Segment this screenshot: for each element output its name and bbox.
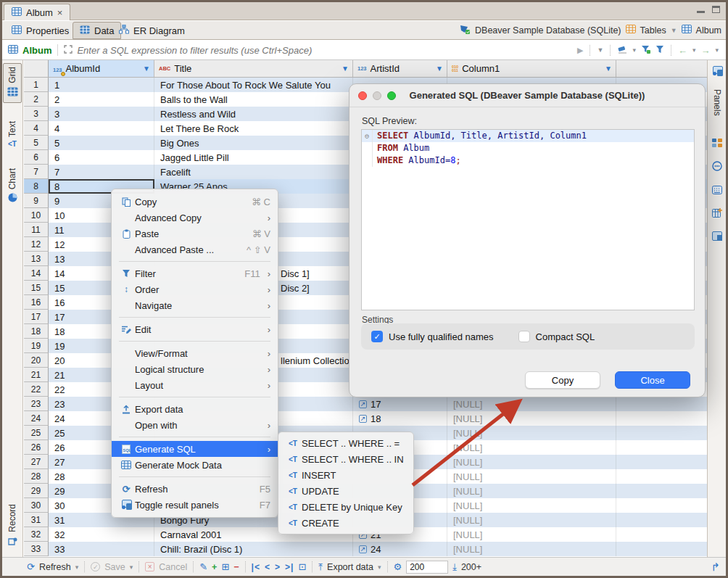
sort-dropdown-icon[interactable]: ▼ <box>342 65 349 73</box>
copy-button[interactable]: Copy <box>525 371 600 389</box>
cancel-button[interactable]: Cancel <box>159 562 187 572</box>
menu-item-logical-structure[interactable]: Logical structure› <box>112 361 278 377</box>
row-number-cell[interactable]: 27 <box>24 455 49 469</box>
forward-arrow-icon[interactable]: → <box>700 45 710 56</box>
gear-icon[interactable]: ⚙ <box>394 561 402 572</box>
cell-column1[interactable]: [NULL] <box>447 484 616 498</box>
minimize-icon[interactable] <box>697 11 705 13</box>
fold-marker[interactable]: ⊖ <box>362 130 373 142</box>
fold-marker[interactable] <box>362 154 373 167</box>
filter-history-icon[interactable]: ▼ <box>597 46 603 54</box>
grouping-panel-icon[interactable] <box>712 138 722 151</box>
cell-title[interactable]: Restless and Wild <box>154 107 353 121</box>
checkbox-fully-qualified[interactable]: ✓ <box>371 331 383 342</box>
row-number-cell[interactable]: 10 <box>24 208 49 223</box>
menu-item-advanced-paste[interactable]: Advanced Paste ...^ ⇧ V <box>112 241 278 257</box>
chevron-down-icon[interactable]: ▾ <box>692 46 696 54</box>
sort-dropdown-icon[interactable]: ▼ <box>143 65 150 73</box>
cell-filler[interactable] <box>616 484 707 498</box>
refresh-icon[interactable]: ⟳ <box>27 561 35 572</box>
row-number-cell[interactable]: 16 <box>24 295 49 310</box>
add-row-icon[interactable]: + <box>212 562 217 572</box>
cell-title[interactable]: Chill: Brazil (Disc 1) <box>154 542 353 556</box>
row-number-cell[interactable]: 3 <box>24 107 49 121</box>
cell-filler[interactable] <box>616 426 707 440</box>
cell-albumid[interactable]: 2 <box>49 92 154 107</box>
row-number-cell[interactable]: 25 <box>24 426 49 440</box>
cell-albumid[interactable]: 32 <box>49 527 154 542</box>
presentation-grid[interactable]: Grid <box>3 63 22 103</box>
chevron-down-icon[interactable]: ▾ <box>715 46 719 54</box>
fold-marker[interactable] <box>362 142 373 154</box>
close-icon[interactable]: × <box>57 7 63 18</box>
cell-title[interactable]: For Those About To Rock We Salute You <box>154 78 353 92</box>
row-number-cell[interactable]: 11 <box>24 223 49 237</box>
row-number-cell[interactable]: 18 <box>24 324 49 339</box>
switch-presentation-icon[interactable]: ↱ <box>711 561 720 574</box>
foreign-key-link-icon[interactable]: ↗ <box>359 415 367 423</box>
cell-filler[interactable] <box>616 455 707 469</box>
row-number-cell[interactable]: 13 <box>24 252 49 266</box>
sort-dropdown-icon[interactable]: ▼ <box>605 65 612 73</box>
cell-filler[interactable] <box>616 542 707 556</box>
cell-albumid[interactable]: 3 <box>49 107 154 121</box>
row-number-cell[interactable]: 28 <box>24 469 49 484</box>
menu-item-copy[interactable]: Copy⌘ C <box>112 194 278 210</box>
row-number-cell[interactable]: 32 <box>24 527 49 542</box>
duplicate-row-icon[interactable]: ⊞ <box>221 561 229 572</box>
tab-properties[interactable]: Properties <box>5 22 75 39</box>
cell-albumid[interactable]: 33 <box>49 542 154 556</box>
row-number-cell[interactable]: 12 <box>24 237 49 252</box>
dialog-zoom-icon[interactable] <box>387 91 396 100</box>
save-button[interactable]: Save <box>104 562 125 572</box>
entity-selector[interactable]: Album <box>696 25 721 36</box>
menu-item-open-with[interactable]: Open with› <box>112 417 278 433</box>
cell-filler[interactable] <box>616 397 707 411</box>
menu-item-view-format[interactable]: View/Format› <box>112 345 278 361</box>
focus-row-icon[interactable]: ⊡ <box>298 561 306 572</box>
cell-artistid[interactable]: ↗18 <box>353 411 447 426</box>
export-data-button[interactable]: Export data <box>327 562 373 572</box>
cell-artistid[interactable]: ↗24 <box>353 542 447 556</box>
presentation-record[interactable]: Record <box>3 501 22 551</box>
cell-column1[interactable]: [NULL] <box>447 440 616 455</box>
refresh-button[interactable]: Refresh <box>39 562 71 572</box>
menu-item-advanced-copy[interactable]: Advanced Copy› <box>112 210 278 226</box>
cell-artistid[interactable]: ↗17 <box>353 397 447 411</box>
next-row-icon[interactable]: > <box>275 562 281 572</box>
checkbox-compact-sql[interactable] <box>518 331 530 342</box>
column-header-albumid[interactable]: 123 AlbumId ▼ <box>49 60 154 77</box>
chevron-down-icon[interactable]: ▼ <box>671 27 677 34</box>
previous-row-icon[interactable]: < <box>265 562 270 572</box>
column-header-title[interactable]: ABC Title ▼ <box>154 60 353 77</box>
chevron-down-icon[interactable]: ▾ <box>632 46 636 54</box>
row-number-cell[interactable]: 1 <box>24 78 49 92</box>
submenu-item-create[interactable]: <TCREATE <box>278 515 413 531</box>
menu-item-generate-sql[interactable]: SQLGenerate SQL› <box>112 441 278 457</box>
dialog-close-icon[interactable] <box>358 91 367 100</box>
eraser-icon[interactable] <box>617 44 627 57</box>
row-number-cell[interactable]: 19 <box>24 339 49 353</box>
row-number-cell[interactable]: 26 <box>24 440 49 455</box>
cell-filler[interactable] <box>616 440 707 455</box>
cell-column1[interactable]: [NULL] <box>447 513 616 527</box>
menu-item-refresh[interactable]: ⟳RefreshF5 <box>112 481 278 497</box>
submenu-item-delete-by-unique-key[interactable]: <TDELETE by Unique Key <box>278 499 413 515</box>
fetch-size-input[interactable] <box>406 561 448 574</box>
sql-filter-input[interactable] <box>73 45 577 56</box>
calc-panel-icon[interactable] <box>712 184 722 197</box>
cell-column1[interactable]: [NULL] <box>447 527 616 542</box>
cell-albumid[interactable]: 4 <box>49 121 154 136</box>
row-number-cell[interactable]: 23 <box>24 397 49 411</box>
editor-tab-album[interactable]: Album × <box>4 4 70 20</box>
menu-item-edit[interactable]: Edit› <box>112 321 278 337</box>
row-number-cell[interactable]: 33 <box>24 542 49 556</box>
row-number-cell[interactable]: 15 <box>24 281 49 295</box>
value-viewer-icon[interactable] <box>712 161 722 174</box>
submenu-item-select-where-in[interactable]: <TSELECT .. WHERE .. IN <box>278 451 413 467</box>
cell-column1[interactable]: [NULL] <box>447 498 616 513</box>
close-button[interactable]: Close <box>615 371 690 389</box>
menu-item-paste[interactable]: Paste⌘ V <box>112 226 278 241</box>
row-number-cell[interactable]: 24 <box>24 411 49 426</box>
row-number-cell[interactable]: 8 <box>24 179 49 194</box>
